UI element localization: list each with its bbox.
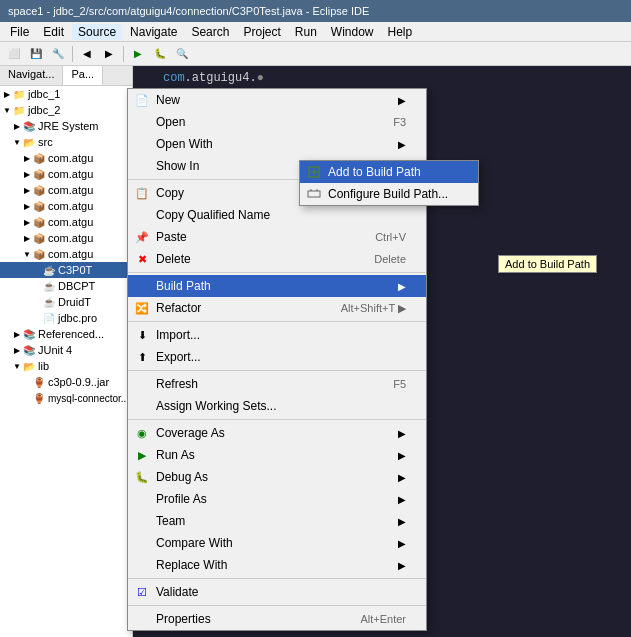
tree-item-c3p0-jar[interactable]: 🏺 c3p0-0.9..jar bbox=[0, 374, 132, 390]
menu-help[interactable]: Help bbox=[382, 24, 419, 40]
ctx-properties[interactable]: Properties Alt+Enter bbox=[128, 608, 426, 630]
tree-label: com.atgu bbox=[48, 216, 93, 228]
arrow-icon: ▶ bbox=[398, 516, 406, 527]
menu-run[interactable]: Run bbox=[289, 24, 323, 40]
ctx-refactor[interactable]: 🔀 Refactor Alt+Shift+T ▶ bbox=[128, 297, 426, 319]
configure-icon bbox=[306, 186, 322, 202]
ctx-export[interactable]: ⬆ Export... bbox=[128, 346, 426, 368]
ctx-label: Properties bbox=[156, 612, 211, 626]
code-line: com.atguigu4.● bbox=[133, 70, 631, 86]
ctx-separator bbox=[128, 578, 426, 579]
submenu-add-to-build-path[interactable]: Add to Build Path bbox=[300, 161, 478, 183]
toolbar-sep-1 bbox=[72, 46, 73, 62]
arrow-icon: ▶ bbox=[398, 428, 406, 439]
menu-file[interactable]: File bbox=[4, 24, 35, 40]
ctx-working-sets[interactable]: Assign Working Sets... bbox=[128, 395, 426, 417]
tree-item-pkg2[interactable]: ▶ 📦 com.atgu bbox=[0, 166, 132, 182]
ctx-debug-as[interactable]: 🐛 Debug As ▶ bbox=[128, 466, 426, 488]
toolbar-search[interactable]: 🔍 bbox=[172, 45, 192, 63]
tree-arrow: ▼ bbox=[2, 105, 12, 115]
tree-label: Referenced... bbox=[38, 328, 104, 340]
ctx-import[interactable]: ⬇ Import... bbox=[128, 324, 426, 346]
ctx-delete[interactable]: ✖ Delete Delete bbox=[128, 248, 426, 270]
ctx-build-path[interactable]: Build Path ▶ bbox=[128, 275, 426, 297]
refactor-icon: 🔀 bbox=[134, 300, 150, 316]
ctx-open-with[interactable]: Open With ▶ bbox=[128, 133, 426, 155]
tree-item-pkg3[interactable]: ▶ 📦 com.atgu bbox=[0, 182, 132, 198]
menu-window[interactable]: Window bbox=[325, 24, 380, 40]
ctx-coverage[interactable]: ◉ Coverage As ▶ bbox=[128, 422, 426, 444]
toolbar-sep-2 bbox=[123, 46, 124, 62]
ctx-shortcut: F5 bbox=[373, 378, 406, 390]
toolbar-btn-3[interactable]: 🔧 bbox=[48, 45, 68, 63]
ctx-validate[interactable]: ☑ Validate bbox=[128, 581, 426, 603]
tree-item-pkg5[interactable]: ▶ 📦 com.atgu bbox=[0, 214, 132, 230]
delete-icon: ✖ bbox=[134, 251, 150, 267]
ctx-profile-as[interactable]: Profile As ▶ bbox=[128, 488, 426, 510]
tree-arrow: ▶ bbox=[12, 329, 22, 339]
tab-navigator[interactable]: Navigat... bbox=[0, 66, 63, 85]
tree-item-pkg1[interactable]: ▶ 📦 com.atgu bbox=[0, 150, 132, 166]
arrow-icon: ▶ bbox=[398, 95, 406, 106]
folder-icon: 📁 bbox=[12, 103, 26, 117]
menu-edit[interactable]: Edit bbox=[37, 24, 70, 40]
ctx-copy-qualified[interactable]: Copy Qualified Name bbox=[128, 204, 426, 226]
line-content: com.atguigu4.● bbox=[163, 71, 264, 85]
tree-item-jdbc1[interactable]: ▶ 📁 jdbc_1 bbox=[0, 86, 132, 102]
ctx-paste[interactable]: 📌 Paste Ctrl+V bbox=[128, 226, 426, 248]
tree-label: lib bbox=[38, 360, 49, 372]
toolbar-btn-1[interactable]: ⬜ bbox=[4, 45, 24, 63]
ctx-replace-with[interactable]: Replace With ▶ bbox=[128, 554, 426, 576]
package-icon: 📦 bbox=[32, 199, 46, 213]
tree-item-lib[interactable]: ▼ 📂 lib bbox=[0, 358, 132, 374]
tree-item-mysql-jar[interactable]: 🏺 mysql-connector... bbox=[0, 390, 132, 406]
ctx-label: Import... bbox=[156, 328, 200, 342]
tree-arrow bbox=[22, 393, 32, 403]
ctx-team[interactable]: Team ▶ bbox=[128, 510, 426, 532]
tree-label: JUnit 4 bbox=[38, 344, 72, 356]
toolbar-btn-2[interactable]: 💾 bbox=[26, 45, 46, 63]
tree-arrow: ▶ bbox=[2, 89, 12, 99]
tab-package-explorer[interactable]: Pa... bbox=[63, 66, 103, 85]
ctx-label: Copy bbox=[156, 186, 184, 200]
svg-rect-3 bbox=[308, 191, 320, 197]
tree-item-jdbc2[interactable]: ▼ 📁 jdbc_2 bbox=[0, 102, 132, 118]
tree-item-src[interactable]: ▼ 📂 src bbox=[0, 134, 132, 150]
menu-navigate[interactable]: Navigate bbox=[124, 24, 183, 40]
tree-item-jre[interactable]: ▶ 📚 JRE System bbox=[0, 118, 132, 134]
ctx-label: New bbox=[156, 93, 180, 107]
toolbar-btn-fwd[interactable]: ▶ bbox=[99, 45, 119, 63]
tree-item-junit[interactable]: ▶ 📚 JUnit 4 bbox=[0, 342, 132, 358]
arrow-icon: ▶ bbox=[398, 450, 406, 461]
menu-project[interactable]: Project bbox=[237, 24, 286, 40]
tree-item-jdbc-prop[interactable]: 📄 jdbc.pro bbox=[0, 310, 132, 326]
library-icon: 📚 bbox=[22, 119, 36, 133]
tree-item-dbcp[interactable]: ☕ DBCPT bbox=[0, 278, 132, 294]
arrow-icon: ▶ bbox=[398, 494, 406, 505]
ctx-compare-with[interactable]: Compare With ▶ bbox=[128, 532, 426, 554]
menu-source[interactable]: Source bbox=[72, 24, 122, 40]
submenu-configure-build-path[interactable]: Configure Build Path... bbox=[300, 183, 478, 205]
ctx-open[interactable]: Open F3 bbox=[128, 111, 426, 133]
package-icon: 📦 bbox=[32, 183, 46, 197]
toolbar-run[interactable]: ▶ bbox=[128, 45, 148, 63]
submenu-label: Add to Build Path bbox=[328, 165, 421, 179]
tree-item-c3p0[interactable]: ☕ C3P0T bbox=[0, 262, 132, 278]
tree-item-pkg6[interactable]: ▶ 📦 com.atgu bbox=[0, 230, 132, 246]
ctx-new[interactable]: 📄 New ▶ bbox=[128, 89, 426, 111]
tree-label: com.atgu bbox=[48, 232, 93, 244]
ctx-refresh[interactable]: Refresh F5 bbox=[128, 373, 426, 395]
title-bar: space1 - jdbc_2/src/com/atguigu4/connect… bbox=[0, 0, 631, 22]
java-icon: ☕ bbox=[42, 295, 56, 309]
menu-search[interactable]: Search bbox=[185, 24, 235, 40]
ctx-shortcut: Ctrl+V bbox=[355, 231, 406, 243]
tooltip-text: Add to Build Path bbox=[505, 258, 590, 270]
tree-item-druid[interactable]: ☕ DruidT bbox=[0, 294, 132, 310]
ctx-run-as[interactable]: ▶ Run As ▶ bbox=[128, 444, 426, 466]
toolbar-btn-back[interactable]: ◀ bbox=[77, 45, 97, 63]
folder-icon: 📂 bbox=[22, 359, 36, 373]
tree-item-referenced[interactable]: ▶ 📚 Referenced... bbox=[0, 326, 132, 342]
tree-item-pkg4[interactable]: ▶ 📦 com.atgu bbox=[0, 198, 132, 214]
toolbar-debug[interactable]: 🐛 bbox=[150, 45, 170, 63]
tree-item-pkg7[interactable]: ▼ 📦 com.atgu bbox=[0, 246, 132, 262]
